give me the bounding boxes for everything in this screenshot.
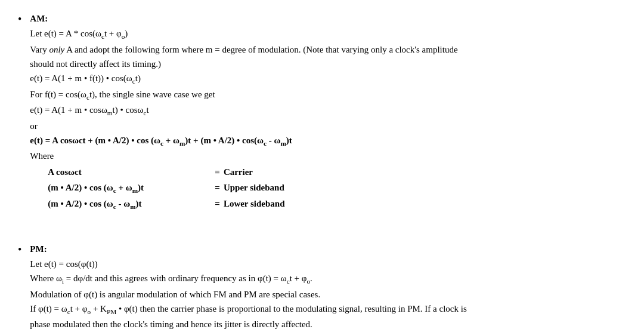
am-table: A cosωct = Carrier (m • A/2) • cos (ωc +… — [48, 165, 626, 212]
pm-line-3: Modulation of φ(t) is angular modulation… — [30, 288, 626, 302]
am-main-equation: e(t) = A cosωct + (m • A/2) • cos (ωc + … — [30, 134, 626, 149]
am-content: AM: Let e(t) = A * cos(ωct + φo) Vary on… — [30, 12, 626, 214]
pm-section: • PM: Let e(t) = cos(φ(t)) Where ωi = dφ… — [18, 242, 626, 329]
pm-title: PM: — [30, 242, 626, 256]
am-upper-left: (m • A/2) • cos (ωc + ωm)t — [48, 181, 215, 196]
am-lower-right: Lower sideband — [224, 197, 285, 211]
am-carrier-row: A cosωct = Carrier — [48, 165, 626, 179]
pm-line-1: Let e(t) = cos(φ(t)) — [30, 257, 626, 271]
am-where: Where — [30, 149, 626, 163]
am-title: AM: — [30, 12, 626, 26]
am-line-3: should not directly affect its timing.) — [30, 57, 626, 71]
pm-content: PM: Let e(t) = cos(φ(t)) Where ωi = dφ/d… — [30, 242, 626, 329]
pm-line-5: phase modulated then the clock's timing … — [30, 318, 626, 329]
am-lower-equals: = — [215, 197, 220, 211]
am-or: or — [30, 119, 626, 133]
am-upper-right: Upper sideband — [224, 181, 284, 195]
am-section: • AM: Let e(t) = A * cos(ωct + φo) Vary … — [18, 12, 626, 214]
am-bullet: • — [18, 13, 21, 26]
am-carrier-right: Carrier — [224, 165, 253, 179]
pm-line-2: Where ωi = dφ/dt and this agrees with or… — [30, 272, 626, 287]
am-carrier-equals: = — [215, 165, 220, 179]
pm-bullet: • — [18, 244, 21, 256]
am-line-5: For f(t) = cos(ωct), the single sine wav… — [30, 88, 626, 103]
am-line-4: e(t) = A(1 + m • f(t)) • cos(ωct) — [30, 72, 626, 87]
section-divider — [18, 230, 626, 242]
am-upper-row: (m • A/2) • cos (ωc + ωm)t = Upper sideb… — [48, 181, 626, 196]
am-upper-equals: = — [215, 181, 220, 195]
am-lower-row: (m • A/2) • cos (ωc - ωm)t = Lower sideb… — [48, 197, 626, 212]
am-line-1: Let e(t) = A * cos(ωct + φo) — [30, 27, 626, 42]
pm-line-4: If φ(t) = ωct + φo + KPM • φ(t) then the… — [30, 302, 626, 317]
content-area: • AM: Let e(t) = A * cos(ωct + φo) Vary … — [18, 12, 626, 329]
am-line-6: e(t) = A(1 + m • cosωmt) • cosωct — [30, 103, 626, 118]
am-lower-left: (m • A/2) • cos (ωc - ωm)t — [48, 197, 215, 212]
am-line-2: Vary only A and adopt the following form… — [30, 43, 626, 57]
am-carrier-left: A cosωct — [48, 165, 215, 179]
